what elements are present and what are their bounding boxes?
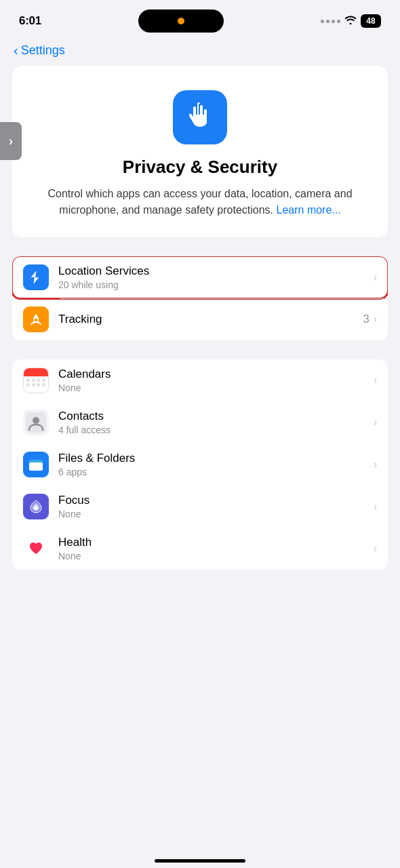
- location-services-title: Location Services: [58, 264, 374, 278]
- back-button[interactable]: ‹ Settings: [14, 43, 65, 58]
- contacts-right: ›: [374, 416, 377, 429]
- contacts-title: Contacts: [58, 410, 374, 423]
- island-dot: [178, 18, 184, 24]
- back-chevron-icon: ‹: [14, 43, 18, 57]
- side-handle[interactable]: ›: [0, 122, 22, 160]
- home-bar: [155, 859, 245, 863]
- health-subtitle: None: [58, 551, 374, 561]
- permissions-group: Calendars None › Contacts 4 full access: [12, 359, 388, 570]
- focus-chevron-icon: ›: [374, 500, 377, 513]
- health-item[interactable]: Health None ›: [12, 528, 388, 570]
- location-tracking-group: Location Services 20 while using › Track…: [12, 256, 388, 340]
- back-label: Settings: [21, 43, 65, 58]
- location-services-icon: [23, 264, 49, 290]
- health-icon: [23, 536, 49, 561]
- files-item[interactable]: Files & Folders 6 apps ›: [12, 443, 388, 486]
- tracking-right: 3 ›: [363, 313, 377, 326]
- tracking-item[interactable]: Tracking 3 ›: [12, 298, 388, 340]
- svg-rect-4: [29, 462, 43, 471]
- calendars-item[interactable]: Calendars None ›: [12, 359, 388, 401]
- location-services-item[interactable]: Location Services 20 while using ›: [12, 256, 388, 298]
- learn-more-link[interactable]: Learn more...: [277, 204, 341, 216]
- calendars-title: Calendars: [58, 368, 374, 381]
- home-indicator: [0, 851, 400, 868]
- location-services-right: ›: [374, 271, 377, 283]
- wifi-icon: [344, 15, 357, 27]
- tracking-title: Tracking: [58, 313, 363, 326]
- calendars-text: Calendars None: [58, 368, 374, 393]
- tracking-chevron-icon: ›: [374, 313, 377, 326]
- hand-icon: [185, 100, 215, 136]
- files-subtitle: 6 apps: [58, 467, 374, 477]
- hero-title: Privacy & Security: [123, 157, 277, 178]
- calendars-right: ›: [374, 374, 377, 387]
- privacy-app-icon: [173, 90, 227, 144]
- health-text: Health None: [58, 536, 374, 561]
- focus-item[interactable]: Focus None ›: [12, 486, 388, 528]
- status-icons: 48: [321, 14, 381, 28]
- health-chevron-icon: ›: [374, 542, 377, 555]
- files-icon: [23, 452, 49, 477]
- contacts-subtitle: 4 full access: [58, 425, 374, 435]
- contacts-chevron-icon: ›: [374, 416, 377, 429]
- location-services-subtitle: 20 while using: [58, 279, 374, 290]
- focus-icon: [23, 494, 49, 519]
- location-services-text: Location Services 20 while using: [58, 264, 374, 290]
- location-services-chevron-icon: ›: [374, 271, 377, 283]
- focus-text: Focus None: [58, 494, 374, 519]
- files-title: Files & Folders: [58, 452, 374, 465]
- battery-icon: 48: [361, 14, 381, 28]
- tracking-count: 3: [363, 313, 369, 326]
- files-right: ›: [374, 458, 377, 471]
- calendars-subtitle: None: [58, 382, 374, 393]
- focus-title: Focus: [58, 494, 374, 507]
- contacts-item[interactable]: Contacts 4 full access ›: [12, 401, 388, 443]
- focus-right: ›: [374, 500, 377, 513]
- nav-bar: ‹ Settings: [0, 38, 400, 66]
- svg-point-6: [35, 507, 38, 510]
- side-handle-chevron-icon: ›: [9, 134, 13, 149]
- svg-rect-5: [29, 460, 35, 462]
- status-time: 6:01: [19, 14, 41, 28]
- focus-subtitle: None: [58, 509, 374, 519]
- hero-description: Control which apps can access your data,…: [28, 186, 372, 218]
- tracking-icon: [23, 307, 49, 332]
- dynamic-island: [138, 9, 224, 33]
- files-text: Files & Folders 6 apps: [58, 452, 374, 477]
- tracking-text: Tracking: [58, 313, 363, 326]
- health-right: ›: [374, 542, 377, 555]
- files-chevron-icon: ›: [374, 458, 377, 471]
- status-bar: 6:01 48: [0, 0, 400, 38]
- signal-icon: [321, 20, 340, 23]
- hero-card: Privacy & Security Control which apps ca…: [12, 66, 388, 237]
- calendars-icon: [23, 368, 49, 393]
- contacts-icon: [23, 410, 49, 435]
- svg-point-2: [33, 417, 39, 424]
- calendars-chevron-icon: ›: [374, 374, 377, 387]
- contacts-text: Contacts 4 full access: [58, 410, 374, 435]
- svg-point-0: [35, 319, 38, 322]
- health-title: Health: [58, 536, 374, 549]
